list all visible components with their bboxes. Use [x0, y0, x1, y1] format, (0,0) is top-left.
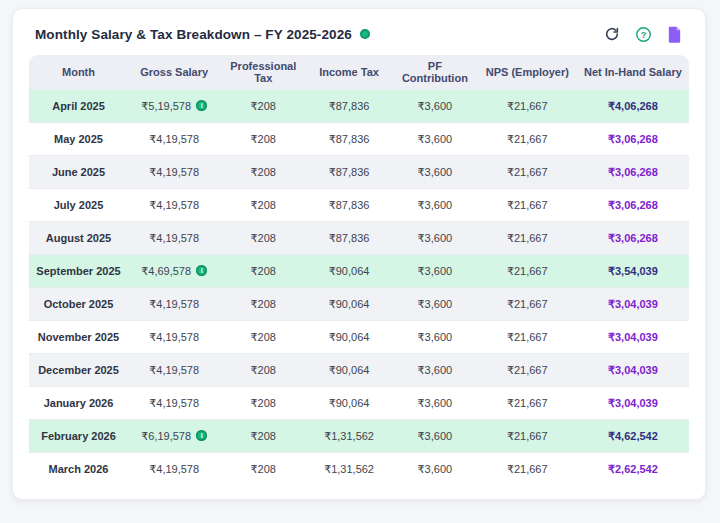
- salary-info-badge-icon[interactable]: i: [196, 265, 207, 276]
- month-cell: March 2026: [29, 453, 128, 486]
- table-row: May 2025₹4,19,578₹208₹87,836₹3,600₹21,66…: [29, 123, 689, 156]
- professional-tax-cell: ₹208: [220, 288, 306, 321]
- month-cell: October 2025: [29, 288, 128, 321]
- gross-cell: ₹5,19,578i: [128, 90, 220, 123]
- nps-cell: ₹21,667: [478, 321, 577, 354]
- month-cell: June 2025: [29, 156, 128, 189]
- net-cell: ₹3,04,039: [577, 288, 689, 321]
- nps-cell: ₹21,667: [478, 387, 577, 420]
- column-header: NPS (Employer): [478, 55, 577, 90]
- table-row: July 2025₹4,19,578₹208₹87,836₹3,600₹21,6…: [29, 189, 689, 222]
- professional-tax-cell: ₹208: [220, 387, 306, 420]
- month-cell: November 2025: [29, 321, 128, 354]
- salary-info-badge-icon[interactable]: i: [196, 430, 207, 441]
- net-cell: ₹4,62,542: [577, 420, 689, 453]
- professional-tax-cell: ₹208: [220, 354, 306, 387]
- refresh-button[interactable]: [603, 25, 621, 43]
- gross-cell: ₹4,19,578: [128, 189, 220, 222]
- column-header: Gross Salary: [128, 55, 220, 90]
- net-cell: ₹2,62,542: [577, 453, 689, 486]
- salary-table: MonthGross SalaryProfessional TaxIncome …: [29, 55, 689, 485]
- nps-cell: ₹21,667: [478, 420, 577, 453]
- table-row: September 2025₹4,69,578i₹208₹90,064₹3,60…: [29, 255, 689, 288]
- pf-cell: ₹3,600: [392, 123, 478, 156]
- pf-cell: ₹3,600: [392, 288, 478, 321]
- pf-cell: ₹3,600: [392, 156, 478, 189]
- income-tax-cell: ₹90,064: [306, 288, 392, 321]
- svg-text:?: ?: [640, 29, 646, 39]
- gross-cell: ₹6,19,578i: [128, 420, 220, 453]
- status-dot-icon: [360, 29, 370, 39]
- column-header: Month: [29, 55, 128, 90]
- net-cell: ₹3,04,039: [577, 387, 689, 420]
- document-icon: [667, 26, 682, 43]
- card-header: Monthly Salary & Tax Breakdown – FY 2025…: [13, 9, 705, 55]
- income-tax-cell: ₹87,836: [306, 222, 392, 255]
- column-header: Net In-Hand Salary: [577, 55, 689, 90]
- pf-cell: ₹3,600: [392, 387, 478, 420]
- net-cell: ₹3,04,039: [577, 354, 689, 387]
- net-cell: ₹3,06,268: [577, 189, 689, 222]
- nps-cell: ₹21,667: [478, 156, 577, 189]
- month-cell: February 2026: [29, 420, 128, 453]
- nps-cell: ₹21,667: [478, 354, 577, 387]
- table-row: June 2025₹4,19,578₹208₹87,836₹3,600₹21,6…: [29, 156, 689, 189]
- professional-tax-cell: ₹208: [220, 90, 306, 123]
- pf-cell: ₹3,600: [392, 189, 478, 222]
- page-title: Monthly Salary & Tax Breakdown – FY 2025…: [35, 27, 352, 42]
- month-cell: May 2025: [29, 123, 128, 156]
- title-wrap: Monthly Salary & Tax Breakdown – FY 2025…: [35, 27, 370, 42]
- nps-cell: ₹21,667: [478, 453, 577, 486]
- nps-cell: ₹21,667: [478, 255, 577, 288]
- nps-cell: ₹21,667: [478, 90, 577, 123]
- column-header: Professional Tax: [220, 55, 306, 90]
- gross-cell: ₹4,19,578: [128, 156, 220, 189]
- professional-tax-cell: ₹208: [220, 420, 306, 453]
- income-tax-cell: ₹90,064: [306, 354, 392, 387]
- income-tax-cell: ₹90,064: [306, 321, 392, 354]
- salary-info-badge-icon[interactable]: i: [196, 100, 207, 111]
- table-row: October 2025₹4,19,578₹208₹90,064₹3,600₹2…: [29, 288, 689, 321]
- help-question-icon: ?: [635, 26, 652, 43]
- professional-tax-cell: ₹208: [220, 123, 306, 156]
- professional-tax-cell: ₹208: [220, 453, 306, 486]
- pf-cell: ₹3,600: [392, 222, 478, 255]
- net-cell: ₹3,04,039: [577, 321, 689, 354]
- net-cell: ₹3,54,039: [577, 255, 689, 288]
- month-cell: January 2026: [29, 387, 128, 420]
- income-tax-cell: ₹90,064: [306, 255, 392, 288]
- income-tax-cell: ₹1,31,562: [306, 420, 392, 453]
- pf-cell: ₹3,600: [392, 420, 478, 453]
- income-tax-cell: ₹87,836: [306, 189, 392, 222]
- professional-tax-cell: ₹208: [220, 255, 306, 288]
- table-row: April 2025₹5,19,578i₹208₹87,836₹3,600₹21…: [29, 90, 689, 123]
- professional-tax-cell: ₹208: [220, 222, 306, 255]
- gross-cell: ₹4,19,578: [128, 354, 220, 387]
- month-cell: December 2025: [29, 354, 128, 387]
- pf-cell: ₹3,600: [392, 90, 478, 123]
- income-tax-cell: ₹1,31,562: [306, 453, 392, 486]
- income-tax-cell: ₹87,836: [306, 156, 392, 189]
- net-cell: ₹3,06,268: [577, 156, 689, 189]
- income-tax-cell: ₹90,064: [306, 387, 392, 420]
- professional-tax-cell: ₹208: [220, 321, 306, 354]
- document-button[interactable]: [665, 25, 683, 43]
- gross-cell: ₹4,19,578: [128, 321, 220, 354]
- gross-cell: ₹4,19,578: [128, 453, 220, 486]
- gross-cell: ₹4,19,578: [128, 222, 220, 255]
- table-row: March 2026₹4,19,578₹208₹1,31,562₹3,600₹2…: [29, 453, 689, 486]
- column-header: PF Contribution: [392, 55, 478, 90]
- gross-cell: ₹4,19,578: [128, 288, 220, 321]
- table-row: February 2026₹6,19,578i₹208₹1,31,562₹3,6…: [29, 420, 689, 453]
- table-row: December 2025₹4,19,578₹208₹90,064₹3,600₹…: [29, 354, 689, 387]
- table-body: April 2025₹5,19,578i₹208₹87,836₹3,600₹21…: [29, 90, 689, 486]
- table-header: MonthGross SalaryProfessional TaxIncome …: [29, 55, 689, 90]
- help-button[interactable]: ?: [634, 25, 652, 43]
- column-header: Income Tax: [306, 55, 392, 90]
- month-cell: April 2025: [29, 90, 128, 123]
- income-tax-cell: ₹87,836: [306, 123, 392, 156]
- nps-cell: ₹21,667: [478, 189, 577, 222]
- salary-breakdown-card: Monthly Salary & Tax Breakdown – FY 2025…: [12, 8, 706, 500]
- gross-cell: ₹4,19,578: [128, 387, 220, 420]
- net-cell: ₹4,06,268: [577, 90, 689, 123]
